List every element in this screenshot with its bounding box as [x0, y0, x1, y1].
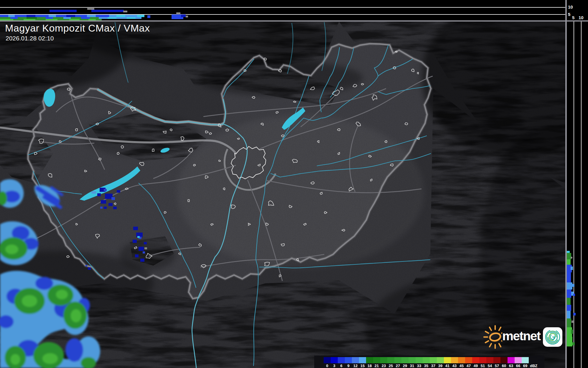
- logo-text: metnet: [502, 329, 540, 343]
- colorbar-swatch: [472, 357, 479, 363]
- colorbar-unit: dBZ: [530, 364, 537, 368]
- colorbar-step: 60: [500, 356, 508, 368]
- radar-echo: [567, 318, 571, 327]
- radar-echo: [571, 266, 573, 270]
- colorbar-swatch: [366, 357, 373, 363]
- colorbar-label: 63: [509, 364, 513, 368]
- colorbar-step: 15: [359, 356, 366, 368]
- colorbar-label: 6: [340, 364, 342, 368]
- radar-echo: [136, 17, 141, 19]
- radar-echo: [50, 10, 77, 12]
- colorbar-label: 69: [523, 364, 527, 368]
- colorbar-label: 31: [410, 364, 414, 368]
- top-axis-label-5: 5: [568, 12, 570, 17]
- colorbar-label: 15: [360, 364, 365, 368]
- panel-divider-horizontal: [0, 20, 588, 22]
- radar-echo: [27, 15, 35, 17]
- timestamp: 2026.01.28 02:10: [6, 35, 54, 42]
- top-height-profile: [0, 0, 565, 20]
- radar-echo: [172, 17, 183, 19]
- colorbar-step: 41: [444, 356, 451, 368]
- colorbar-swatch: [387, 357, 394, 363]
- colorbar-swatch: [324, 357, 331, 363]
- radar-echo: [87, 15, 96, 17]
- colorbar-step: 21: [373, 356, 380, 368]
- radar-echo: [137, 15, 144, 17]
- colorbar-step: 39: [437, 356, 444, 368]
- radar-echo: [567, 290, 571, 298]
- radar-echo: [66, 15, 75, 17]
- colorbar-swatch: [394, 357, 401, 363]
- colorbar-step: 9: [345, 356, 352, 368]
- colorbar-step: 47: [465, 356, 472, 368]
- colorbar-swatch: [331, 357, 338, 363]
- colorbar-label: 18: [368, 364, 372, 368]
- right-axis-label-10: 10: [579, 15, 584, 20]
- radar-echo: [75, 15, 87, 17]
- colorbar-label: 47: [467, 364, 471, 368]
- colorbar-cells: 0369121518212325272931333537394143454749…: [324, 356, 529, 368]
- gridline-10km: [581, 22, 582, 368]
- profile-axis-corner: 10 5 5 10: [567, 0, 588, 20]
- radar-echo: [91, 10, 124, 12]
- colorbar-step: 0: [324, 356, 331, 368]
- metnet-app-icon: [543, 327, 563, 347]
- colorbar-label: 35: [424, 364, 428, 368]
- colorbar-swatch: [508, 357, 515, 363]
- dbz-colorbar: 0369121518212325272931333537394143454749…: [314, 356, 544, 368]
- colorbar-label: 43: [452, 364, 457, 368]
- colorbar-swatch: [458, 357, 465, 363]
- colorbar-label: 39: [438, 364, 442, 368]
- gridline-10km: [0, 7, 565, 8]
- radar-echo: [116, 17, 127, 19]
- colorbar-swatch: [380, 357, 387, 363]
- colorbar-label: 41: [445, 364, 449, 368]
- radar-echo: [35, 15, 49, 17]
- sun-icon: [483, 323, 502, 350]
- radar-echo: [181, 14, 186, 17]
- radar-echo: [567, 272, 571, 282]
- colorbar-label: 54: [488, 364, 492, 368]
- colorbar-label: 45: [459, 364, 464, 368]
- colorbar-step: 12: [352, 356, 359, 368]
- radar-echo: [125, 15, 137, 17]
- radar-echo: [108, 17, 116, 19]
- colorbar-swatch: [493, 357, 500, 363]
- radar-echo: [573, 313, 576, 315]
- colorbar-swatch: [373, 357, 380, 363]
- radar-echo: [8, 15, 15, 17]
- radar-echo: [571, 257, 572, 259]
- colorbar-label: 60: [502, 364, 506, 368]
- colorbar-step: 69: [522, 356, 529, 368]
- radar-echo: [87, 8, 94, 10]
- radar-echo: [56, 15, 66, 17]
- radar-echo: [572, 342, 575, 345]
- colorbar-swatch: [423, 357, 430, 363]
- colorbar-swatch: [522, 357, 529, 363]
- colorbar-step: 66: [515, 356, 522, 368]
- radar-echo: [567, 311, 571, 318]
- colorbar-swatch: [444, 357, 451, 363]
- colorbar-swatch: [338, 357, 345, 363]
- colorbar-step: 27: [394, 356, 401, 368]
- radar-echo: [567, 305, 571, 311]
- right-height-profile: [567, 22, 588, 368]
- colorbar-label: 37: [431, 364, 435, 368]
- colorbar-step: 33: [416, 356, 423, 368]
- radar-echo: [572, 284, 574, 287]
- radar-echo: [49, 15, 56, 17]
- radar-echo: [109, 15, 116, 17]
- colorbar-step: 29: [401, 356, 409, 368]
- radar-echo: [567, 298, 571, 305]
- colorbar-swatch: [352, 357, 359, 363]
- colorbar-swatch: [430, 357, 437, 363]
- radar-echo: [567, 259, 571, 265]
- radar-echo: [116, 15, 125, 17]
- radar-echo: [172, 14, 181, 17]
- colorbar-label: 25: [389, 364, 393, 368]
- colorbar-step: 25: [387, 356, 394, 368]
- colorbar-label: 23: [382, 364, 386, 368]
- colorbar-step: 6: [338, 356, 345, 368]
- radar-echo: [176, 12, 180, 14]
- radar-echo: [567, 337, 572, 346]
